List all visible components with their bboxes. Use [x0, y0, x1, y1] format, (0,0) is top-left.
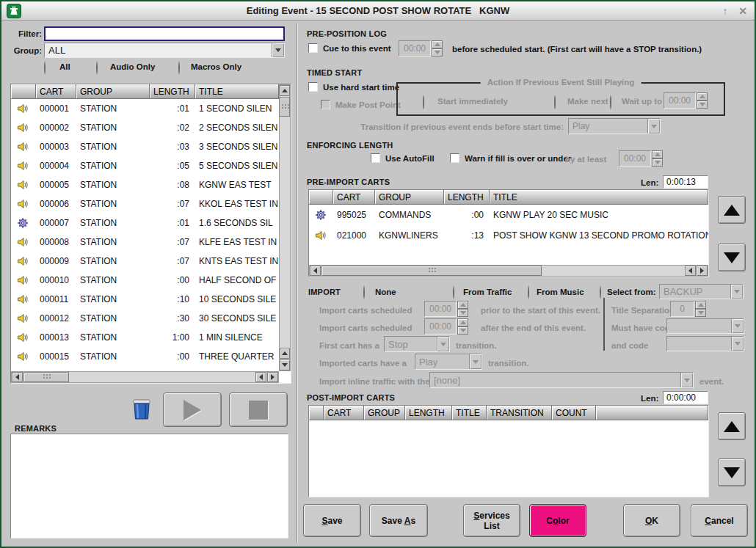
table-row[interactable]: 021000 KGNWLINERS :13 POST SHOW KGNW 13 …: [309, 225, 708, 246]
spin-up-icon[interactable]: [457, 318, 468, 326]
trash-bucket-icon[interactable]: [129, 397, 154, 422]
by-at-least-spinbox[interactable]: 00:00: [619, 150, 663, 167]
chevron-down-icon[interactable]: [730, 285, 743, 299]
services-list-button[interactable]: Services List: [463, 504, 520, 537]
save-as-button[interactable]: Save As: [369, 504, 428, 537]
col-title[interactable]: TITLE: [452, 406, 487, 420]
table-row[interactable]: 995025 COMMANDS :00 KGNW PLAY 20 SEC MUS…: [309, 205, 708, 225]
table-row[interactable]: 000002 STATION :02 2 SECONDS SILEN: [11, 118, 279, 137]
select-from-select[interactable]: BACKUP: [659, 284, 744, 299]
scroll-right-icon[interactable]: [697, 266, 708, 276]
table-row[interactable]: 000007 STATION :01 1.6 SECONDS SIL: [11, 213, 279, 233]
chevron-down-icon[interactable]: [680, 373, 693, 387]
table-row[interactable]: 000005 STATION :08 KGNW EAS TEST: [11, 175, 279, 194]
table-row[interactable]: 000003 STATION :03 3 SECONDS SILEN: [11, 137, 279, 156]
play-button[interactable]: [163, 392, 222, 427]
table-row[interactable]: 000008 STATION :07 KLFE EAS TEST IN: [11, 233, 279, 252]
transition-select[interactable]: Play: [568, 118, 661, 134]
chevron-down-icon[interactable]: [437, 337, 449, 351]
vertical-scroll-thumb[interactable]: [280, 97, 290, 117]
col-title[interactable]: TITLE: [195, 84, 279, 99]
scroll-up-icon[interactable]: [280, 85, 290, 96]
radio-audio-only[interactable]: [96, 61, 98, 75]
cancel-button[interactable]: Cancel: [691, 504, 748, 537]
post-import-len-field[interactable]: 0:00:00: [663, 391, 708, 404]
first-cart-transition-select[interactable]: Stop: [384, 336, 450, 352]
spin-up-icon[interactable]: [432, 40, 443, 48]
spin-down-icon[interactable]: [457, 309, 468, 317]
table-row[interactable]: 000001 STATION :01 1 SECOND SILEN: [11, 99, 279, 118]
radio-wait-up-to[interactable]: [610, 95, 611, 109]
radio-import-traffic[interactable]: [453, 285, 454, 299]
chevron-down-icon[interactable]: [731, 319, 744, 333]
pre-import-move-down-button[interactable]: [718, 244, 746, 271]
spin-down-icon[interactable]: [697, 101, 708, 109]
warn-fill-checkbox[interactable]: [450, 153, 459, 163]
chevron-down-icon[interactable]: [272, 43, 284, 57]
radio-make-next[interactable]: [554, 95, 556, 109]
radio-macros-only[interactable]: [178, 61, 180, 75]
make-post-point-checkbox[interactable]: [321, 100, 330, 109]
col-length[interactable]: LENGTH: [150, 84, 195, 99]
spin-up-icon[interactable]: [652, 150, 663, 158]
color-button[interactable]: Color: [529, 504, 586, 537]
horizontal-scroll-thumb[interactable]: [23, 372, 69, 382]
col-group[interactable]: GROUP: [375, 190, 444, 205]
cue-to-event-checkbox[interactable]: [308, 43, 318, 53]
chevron-down-icon[interactable]: [647, 119, 660, 134]
col-group[interactable]: GROUP: [364, 406, 405, 420]
radio-import-select-from[interactable]: [600, 285, 601, 299]
radio-import-none[interactable]: [363, 285, 365, 299]
table-row[interactable]: 000006 STATION :07 KKOL EAS TEST IN: [11, 194, 279, 213]
col-transition[interactable]: TRANSITION: [487, 406, 552, 420]
radio-start-immediately[interactable]: [423, 95, 424, 109]
remarks-textarea[interactable]: [10, 434, 288, 538]
hard-start-checkbox[interactable]: [308, 82, 318, 92]
use-autofill-checkbox[interactable]: [371, 153, 380, 163]
sched-after-spinbox[interactable]: 00:00: [424, 318, 468, 335]
stop-button[interactable]: [229, 392, 288, 427]
spin-down-icon[interactable]: [432, 48, 443, 56]
inline-traffic-select[interactable]: [none]: [429, 372, 694, 388]
chevron-down-icon[interactable]: [731, 337, 744, 351]
table-row[interactable]: 000004 STATION :05 5 SECONDS SILEN: [11, 156, 279, 175]
table-row[interactable]: 000010 STATION :00 HALF SECOND OF: [11, 271, 279, 290]
and-code-select[interactable]: [666, 336, 744, 351]
spin-down-icon[interactable]: [695, 309, 706, 317]
scroll-left-icon[interactable]: [12, 372, 23, 382]
horizontal-scrollbar[interactable]: [11, 371, 279, 383]
table-row[interactable]: 000011 STATION :10 10 SECONDS SILE: [11, 290, 279, 309]
post-import-move-up-button[interactable]: [718, 412, 746, 440]
vertical-scrollbar[interactable]: [279, 84, 291, 371]
table-row[interactable]: 000012 STATION :30 30 SECONDS SILE: [11, 309, 279, 328]
table-row[interactable]: 000015 STATION :00 THREE QUARTER: [11, 347, 279, 366]
spin-down-icon[interactable]: [457, 326, 468, 335]
pre-import-len-field[interactable]: 0:00:13: [663, 175, 708, 189]
col-length[interactable]: LENGTH: [405, 406, 452, 420]
col-cart[interactable]: CART: [36, 84, 76, 99]
spin-up-icon[interactable]: [695, 301, 706, 309]
scroll-left2-icon[interactable]: [255, 372, 266, 382]
pre-import-move-up-button[interactable]: [718, 196, 746, 224]
ok-button[interactable]: OK: [623, 504, 680, 537]
title-separation-spinbox[interactable]: 0: [670, 301, 706, 317]
save-button[interactable]: Save: [303, 504, 361, 537]
close-window-icon[interactable]: ✕: [735, 4, 750, 18]
scroll-up2-icon[interactable]: [280, 348, 290, 359]
col-cart[interactable]: CART: [324, 406, 364, 420]
shade-window-icon[interactable]: ↑: [718, 4, 733, 18]
chevron-down-icon[interactable]: [469, 354, 481, 369]
radio-import-music[interactable]: [528, 285, 529, 299]
sched-prior-spinbox[interactable]: 00:00: [424, 301, 468, 317]
wait-time-spinbox[interactable]: 00:00: [664, 92, 708, 109]
group-select[interactable]: ALL: [44, 43, 285, 58]
scroll-right-icon[interactable]: [267, 372, 278, 382]
col-cart[interactable]: CART: [333, 190, 375, 205]
table-row[interactable]: 000013 STATION 1:00 1 MIN SILENCE: [11, 328, 279, 347]
col-title[interactable]: TITLE: [490, 190, 708, 205]
scroll-left2-icon[interactable]: [685, 266, 696, 276]
scroll-down-icon[interactable]: [280, 359, 290, 370]
imported-carts-transition-select[interactable]: Play: [415, 354, 482, 370]
col-count[interactable]: COUNT: [552, 406, 596, 420]
scroll-left-icon[interactable]: [310, 266, 321, 276]
